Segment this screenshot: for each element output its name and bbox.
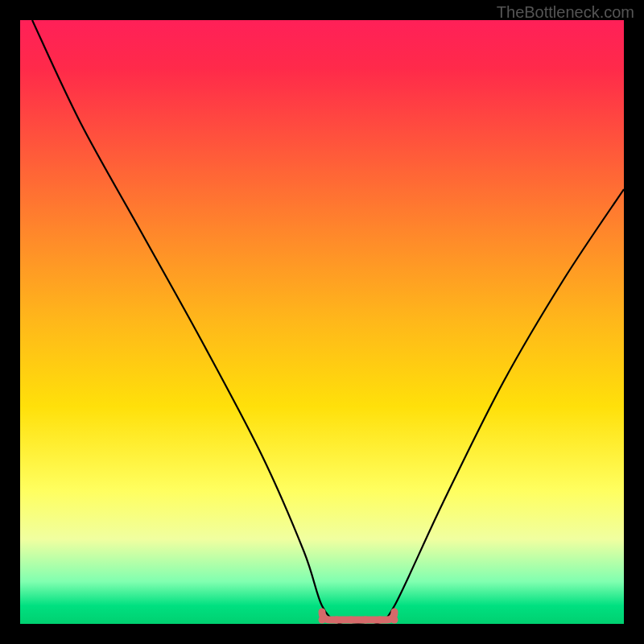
valley-dot xyxy=(319,617,326,624)
watermark-text: TheBottleneck.com xyxy=(497,3,634,22)
valley-dot xyxy=(391,617,398,624)
valley-dot xyxy=(348,617,355,624)
valley-dot xyxy=(362,617,369,624)
valley-marker xyxy=(322,612,394,620)
valley-dot xyxy=(377,617,384,624)
plot-area xyxy=(20,20,624,624)
valley-dot xyxy=(333,617,341,624)
curve-layer xyxy=(20,20,624,624)
bottleneck-curve xyxy=(32,20,624,624)
